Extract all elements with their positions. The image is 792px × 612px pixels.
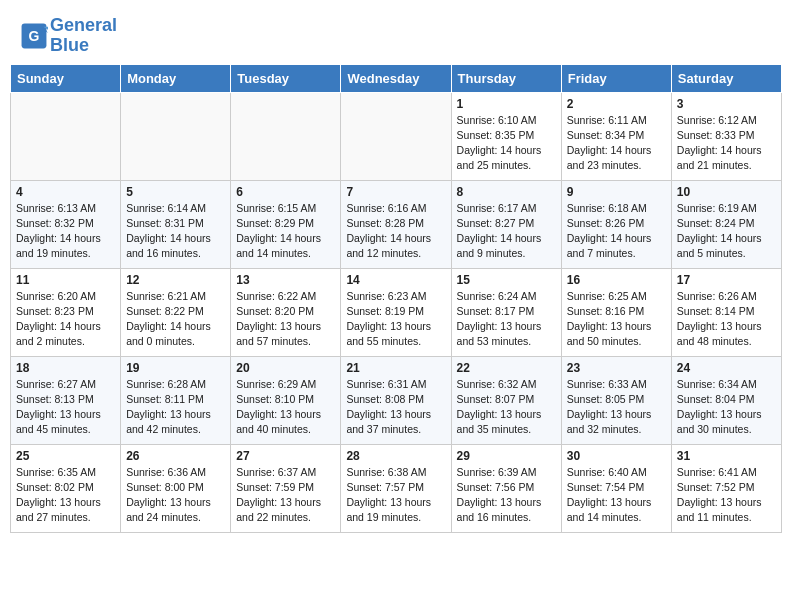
day-number: 13 [236, 273, 335, 287]
calendar-cell: 2Sunrise: 6:11 AM Sunset: 8:34 PM Daylig… [561, 92, 671, 180]
day-info: Sunrise: 6:29 AM Sunset: 8:10 PM Dayligh… [236, 377, 335, 438]
day-info: Sunrise: 6:18 AM Sunset: 8:26 PM Dayligh… [567, 201, 666, 262]
weekday-header-friday: Friday [561, 64, 671, 92]
calendar-week-row: 18Sunrise: 6:27 AM Sunset: 8:13 PM Dayli… [11, 356, 782, 444]
day-number: 7 [346, 185, 445, 199]
day-info: Sunrise: 6:28 AM Sunset: 8:11 PM Dayligh… [126, 377, 225, 438]
weekday-header-monday: Monday [121, 64, 231, 92]
logo-icon: G [20, 22, 48, 50]
calendar-cell: 29Sunrise: 6:39 AM Sunset: 7:56 PM Dayli… [451, 444, 561, 532]
day-number: 3 [677, 97, 776, 111]
calendar-cell: 10Sunrise: 6:19 AM Sunset: 8:24 PM Dayli… [671, 180, 781, 268]
day-number: 20 [236, 361, 335, 375]
calendar-cell: 16Sunrise: 6:25 AM Sunset: 8:16 PM Dayli… [561, 268, 671, 356]
day-info: Sunrise: 6:20 AM Sunset: 8:23 PM Dayligh… [16, 289, 115, 350]
day-number: 12 [126, 273, 225, 287]
day-number: 4 [16, 185, 115, 199]
day-number: 17 [677, 273, 776, 287]
day-number: 21 [346, 361, 445, 375]
calendar-cell: 4Sunrise: 6:13 AM Sunset: 8:32 PM Daylig… [11, 180, 121, 268]
day-info: Sunrise: 6:17 AM Sunset: 8:27 PM Dayligh… [457, 201, 556, 262]
day-info: Sunrise: 6:19 AM Sunset: 8:24 PM Dayligh… [677, 201, 776, 262]
day-info: Sunrise: 6:21 AM Sunset: 8:22 PM Dayligh… [126, 289, 225, 350]
day-info: Sunrise: 6:23 AM Sunset: 8:19 PM Dayligh… [346, 289, 445, 350]
page-header: G General Blue [0, 0, 792, 64]
weekday-header-saturday: Saturday [671, 64, 781, 92]
day-info: Sunrise: 6:16 AM Sunset: 8:28 PM Dayligh… [346, 201, 445, 262]
calendar-week-row: 25Sunrise: 6:35 AM Sunset: 8:02 PM Dayli… [11, 444, 782, 532]
calendar-header: SundayMondayTuesdayWednesdayThursdayFrid… [11, 64, 782, 92]
day-info: Sunrise: 6:10 AM Sunset: 8:35 PM Dayligh… [457, 113, 556, 174]
calendar-cell: 18Sunrise: 6:27 AM Sunset: 8:13 PM Dayli… [11, 356, 121, 444]
logo: G General Blue [20, 16, 117, 56]
day-info: Sunrise: 6:39 AM Sunset: 7:56 PM Dayligh… [457, 465, 556, 526]
day-info: Sunrise: 6:34 AM Sunset: 8:04 PM Dayligh… [677, 377, 776, 438]
calendar-week-row: 4Sunrise: 6:13 AM Sunset: 8:32 PM Daylig… [11, 180, 782, 268]
day-info: Sunrise: 6:15 AM Sunset: 8:29 PM Dayligh… [236, 201, 335, 262]
calendar-cell [121, 92, 231, 180]
day-number: 2 [567, 97, 666, 111]
day-number: 26 [126, 449, 225, 463]
calendar-cell: 12Sunrise: 6:21 AM Sunset: 8:22 PM Dayli… [121, 268, 231, 356]
calendar-cell: 21Sunrise: 6:31 AM Sunset: 8:08 PM Dayli… [341, 356, 451, 444]
calendar-cell: 13Sunrise: 6:22 AM Sunset: 8:20 PM Dayli… [231, 268, 341, 356]
calendar-cell: 7Sunrise: 6:16 AM Sunset: 8:28 PM Daylig… [341, 180, 451, 268]
weekday-header-sunday: Sunday [11, 64, 121, 92]
day-number: 31 [677, 449, 776, 463]
day-number: 27 [236, 449, 335, 463]
day-info: Sunrise: 6:13 AM Sunset: 8:32 PM Dayligh… [16, 201, 115, 262]
day-number: 14 [346, 273, 445, 287]
weekday-header-wednesday: Wednesday [341, 64, 451, 92]
day-number: 25 [16, 449, 115, 463]
day-info: Sunrise: 6:40 AM Sunset: 7:54 PM Dayligh… [567, 465, 666, 526]
day-number: 5 [126, 185, 225, 199]
day-info: Sunrise: 6:25 AM Sunset: 8:16 PM Dayligh… [567, 289, 666, 350]
calendar-cell: 15Sunrise: 6:24 AM Sunset: 8:17 PM Dayli… [451, 268, 561, 356]
logo-name: General Blue [50, 16, 117, 56]
calendar-cell: 3Sunrise: 6:12 AM Sunset: 8:33 PM Daylig… [671, 92, 781, 180]
calendar-cell: 25Sunrise: 6:35 AM Sunset: 8:02 PM Dayli… [11, 444, 121, 532]
calendar-cell [231, 92, 341, 180]
calendar-cell: 5Sunrise: 6:14 AM Sunset: 8:31 PM Daylig… [121, 180, 231, 268]
calendar-cell [341, 92, 451, 180]
calendar-cell: 8Sunrise: 6:17 AM Sunset: 8:27 PM Daylig… [451, 180, 561, 268]
calendar-cell: 22Sunrise: 6:32 AM Sunset: 8:07 PM Dayli… [451, 356, 561, 444]
day-number: 11 [16, 273, 115, 287]
day-info: Sunrise: 6:26 AM Sunset: 8:14 PM Dayligh… [677, 289, 776, 350]
day-info: Sunrise: 6:22 AM Sunset: 8:20 PM Dayligh… [236, 289, 335, 350]
calendar-cell: 27Sunrise: 6:37 AM Sunset: 7:59 PM Dayli… [231, 444, 341, 532]
weekday-header-thursday: Thursday [451, 64, 561, 92]
day-number: 30 [567, 449, 666, 463]
svg-text:G: G [29, 27, 40, 43]
calendar-cell: 23Sunrise: 6:33 AM Sunset: 8:05 PM Dayli… [561, 356, 671, 444]
calendar-cell: 1Sunrise: 6:10 AM Sunset: 8:35 PM Daylig… [451, 92, 561, 180]
day-info: Sunrise: 6:33 AM Sunset: 8:05 PM Dayligh… [567, 377, 666, 438]
day-number: 1 [457, 97, 556, 111]
day-number: 29 [457, 449, 556, 463]
calendar-cell: 31Sunrise: 6:41 AM Sunset: 7:52 PM Dayli… [671, 444, 781, 532]
day-info: Sunrise: 6:38 AM Sunset: 7:57 PM Dayligh… [346, 465, 445, 526]
day-info: Sunrise: 6:35 AM Sunset: 8:02 PM Dayligh… [16, 465, 115, 526]
day-number: 10 [677, 185, 776, 199]
calendar-cell: 14Sunrise: 6:23 AM Sunset: 8:19 PM Dayli… [341, 268, 451, 356]
calendar-cell: 28Sunrise: 6:38 AM Sunset: 7:57 PM Dayli… [341, 444, 451, 532]
day-number: 23 [567, 361, 666, 375]
day-number: 24 [677, 361, 776, 375]
day-number: 16 [567, 273, 666, 287]
day-info: Sunrise: 6:27 AM Sunset: 8:13 PM Dayligh… [16, 377, 115, 438]
calendar-cell: 6Sunrise: 6:15 AM Sunset: 8:29 PM Daylig… [231, 180, 341, 268]
calendar-week-row: 11Sunrise: 6:20 AM Sunset: 8:23 PM Dayli… [11, 268, 782, 356]
day-info: Sunrise: 6:14 AM Sunset: 8:31 PM Dayligh… [126, 201, 225, 262]
weekday-header-tuesday: Tuesday [231, 64, 341, 92]
calendar-cell [11, 92, 121, 180]
day-info: Sunrise: 6:12 AM Sunset: 8:33 PM Dayligh… [677, 113, 776, 174]
calendar-cell: 9Sunrise: 6:18 AM Sunset: 8:26 PM Daylig… [561, 180, 671, 268]
day-info: Sunrise: 6:37 AM Sunset: 7:59 PM Dayligh… [236, 465, 335, 526]
day-number: 9 [567, 185, 666, 199]
calendar-cell: 26Sunrise: 6:36 AM Sunset: 8:00 PM Dayli… [121, 444, 231, 532]
calendar-cell: 11Sunrise: 6:20 AM Sunset: 8:23 PM Dayli… [11, 268, 121, 356]
day-number: 15 [457, 273, 556, 287]
calendar-table: SundayMondayTuesdayWednesdayThursdayFrid… [10, 64, 782, 533]
calendar-week-row: 1Sunrise: 6:10 AM Sunset: 8:35 PM Daylig… [11, 92, 782, 180]
calendar-container: SundayMondayTuesdayWednesdayThursdayFrid… [0, 64, 792, 543]
